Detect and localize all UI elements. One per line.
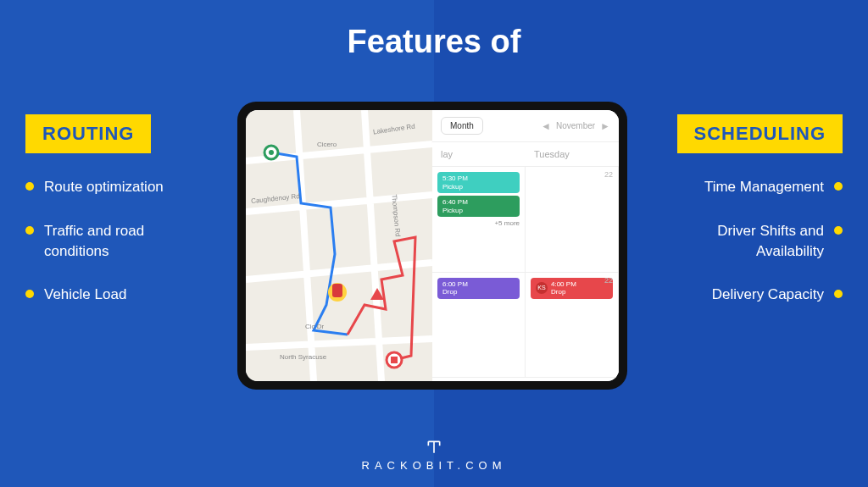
map-label: Cicero — [317, 141, 337, 148]
page-title: Features of — [0, 24, 868, 60]
item-text: Traffic and road conditions — [44, 221, 212, 262]
logo-icon — [426, 439, 442, 456]
svg-rect-3 — [391, 357, 398, 363]
item-text: Route optimization — [44, 177, 164, 197]
list-item: Delivery Capacity — [656, 285, 843, 305]
calendar-cell[interactable]: 22 — [526, 167, 619, 273]
next-month-icon[interactable]: ► — [600, 120, 610, 132]
map-svg — [246, 110, 432, 381]
logo-text: RACKOBIT.COM — [362, 459, 507, 472]
avatar: KS — [536, 282, 548, 294]
calendar-cell[interactable]: 5:30 PM Pickup 6:40 PM Pickup +5 more — [432, 167, 526, 273]
event-drop[interactable]: KS 4:00 PM Drop — [531, 278, 613, 299]
map-panel: Cicero North Syracuse Lakeshore Rd Thomp… — [246, 110, 432, 381]
day-number: 22 — [604, 170, 613, 179]
item-text: Vehicle Load — [44, 285, 126, 305]
calendar-cell[interactable]: 6:00 PM Drop — [432, 273, 526, 379]
day-number: 22 — [604, 276, 613, 285]
scheduling-badge: SCHEDULING — [677, 114, 843, 153]
map-label: Cic Dr — [305, 323, 324, 330]
bullet-icon — [834, 182, 843, 191]
bullet-icon — [834, 290, 843, 298]
map-label: North Syracuse — [280, 353, 326, 361]
event-pickup[interactable]: 6:40 PM Pickup — [437, 196, 520, 217]
list-item: Vehicle Load — [25, 285, 212, 305]
svg-point-1 — [269, 150, 274, 155]
item-text: Time Management — [704, 177, 824, 197]
list-item: Route optimization — [25, 177, 212, 197]
month-label: November — [556, 121, 595, 130]
event-drop[interactable]: 6:00 PM Drop — [437, 278, 520, 299]
routing-column: ROUTING Route optimization Traffic and r… — [25, 114, 212, 329]
list-item: Traffic and road conditions — [25, 221, 212, 262]
bullet-icon — [834, 226, 843, 235]
item-text: Delivery Capacity — [712, 285, 824, 305]
list-item: Time Management — [656, 177, 843, 197]
day-header: lay — [432, 142, 526, 166]
item-text: Driver Shifts and Availability — [656, 221, 824, 262]
brand-logo: RACKOBIT.COM — [0, 439, 868, 472]
bullet-icon — [25, 226, 34, 235]
bullet-icon — [25, 290, 34, 298]
day-header: Tuesday — [526, 142, 619, 166]
scheduling-column: SCHEDULING Time Management Driver Shifts… — [656, 114, 843, 329]
event-pickup[interactable]: 5:30 PM Pickup — [437, 172, 520, 193]
tablet-screen: Cicero North Syracuse Lakeshore Rd Thomp… — [246, 110, 619, 381]
list-item: Driver Shifts and Availability — [656, 221, 843, 262]
prev-month-icon[interactable]: ◄ — [541, 120, 551, 132]
calendar-panel: Month ◄ November ► lay Tuesday 5:30 PM P… — [432, 110, 619, 381]
tablet-device: Cicero North Syracuse Lakeshore Rd Thomp… — [237, 102, 627, 390]
calendar-cell[interactable]: 22 KS 4:00 PM Drop — [526, 273, 619, 379]
routing-badge: ROUTING — [25, 114, 151, 153]
bullet-icon — [25, 182, 34, 191]
view-selector[interactable]: Month — [441, 117, 483, 135]
more-events[interactable]: +5 more — [437, 219, 520, 227]
svg-rect-6 — [332, 284, 342, 297]
